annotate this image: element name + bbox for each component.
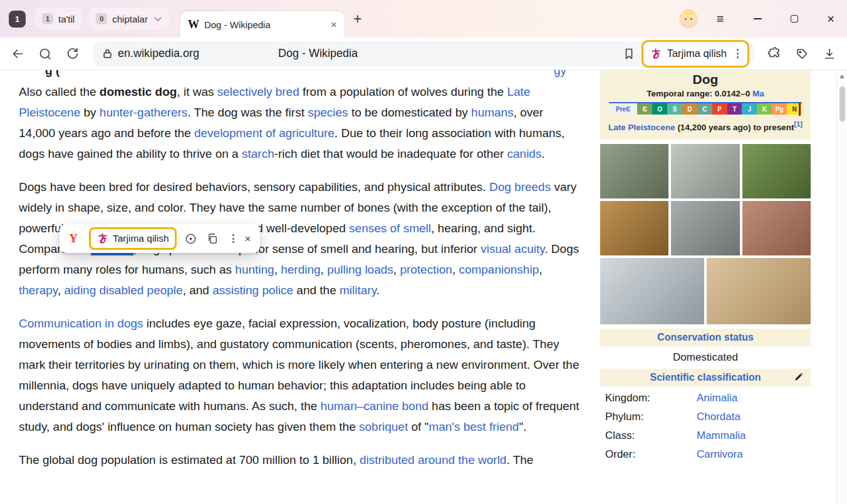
article-link[interactable]: protection [400, 263, 452, 276]
collections-tag-icon[interactable] [794, 46, 809, 61]
text-segment: . The [506, 453, 533, 466]
article-link[interactable]: companionship [459, 263, 539, 276]
timeline-segment-K[interactable]: K [757, 103, 772, 115]
timeline-segment-P[interactable]: P [712, 103, 727, 115]
article-link[interactable]: Communication in dogs [19, 317, 143, 330]
chevron-down-icon[interactable] [154, 14, 161, 21]
taxon-link[interactable]: Carnivora [697, 448, 743, 461]
reference-link[interactable]: [1] [794, 120, 802, 128]
article-link[interactable]: hunting [235, 263, 274, 276]
article-link[interactable]: assisting police [212, 284, 293, 297]
scrollbar-thumb[interactable] [839, 86, 845, 121]
dog-photo-5[interactable] [671, 201, 739, 255]
article-link[interactable]: humans [471, 106, 514, 119]
maximize-button[interactable] [791, 15, 798, 23]
classification-header[interactable]: Scientific classification [600, 369, 811, 386]
text-segment: ". [519, 420, 526, 433]
wikipedia-favicon: W [188, 18, 199, 31]
article-link[interactable]: Ma [752, 89, 764, 98]
download-icon[interactable] [822, 46, 837, 61]
browser-window: 1 1 ta'til 0 chiptalar W Dog - Wikipedia… [0, 0, 847, 504]
tab-tatil[interactable]: 1 ta'til [34, 8, 82, 30]
kebab-menu-icon[interactable] [734, 46, 741, 60]
minimize-button[interactable] [754, 18, 762, 19]
text-segment: (14,200 years ago) to present [675, 123, 794, 132]
article-body: g ( gy Also called the domestic dog, it … [0, 70, 588, 483]
copy-icon[interactable] [205, 231, 221, 246]
close-popup-icon[interactable]: × [244, 234, 252, 244]
text-segment: , it was [177, 85, 217, 98]
lock-icon [101, 46, 113, 61]
tab-bar: 1 1 ta'til 0 chiptalar W Dog - Wikipedia… [0, 0, 847, 38]
article-link[interactable]: human–canine bond [321, 399, 429, 413]
timeline-segment-S[interactable]: S [667, 103, 682, 115]
article-link[interactable]: starch [242, 147, 274, 160]
article-link[interactable]: hunter-gatherers [100, 106, 187, 119]
close-window-button[interactable]: × [827, 13, 834, 25]
dog-photo-3[interactable] [742, 144, 811, 198]
dog-photo-7[interactable] [600, 258, 704, 324]
article-link[interactable]: military [340, 284, 377, 297]
conservation-status-header[interactable]: Conservation status [600, 329, 811, 346]
tab-label: ta'til [58, 14, 75, 24]
article-link[interactable]: Dog breeds [489, 180, 551, 193]
article-link[interactable]: species [308, 106, 348, 119]
dog-photo-8[interactable] [707, 258, 811, 324]
timeline-segment-Є[interactable]: Є [637, 103, 652, 115]
taxon-link[interactable]: Animalia [697, 392, 737, 404]
timeline-segment-D[interactable]: D [682, 103, 697, 115]
taxon-link[interactable]: Chordata [697, 411, 740, 423]
article-link[interactable]: pulling loads [327, 263, 393, 276]
article-link[interactable]: development of agriculture [194, 126, 335, 140]
translate-button[interactable]: Tarjima qilish [642, 40, 749, 68]
translate-label: Tarjima qilish [667, 48, 727, 59]
dog-photo-4[interactable] [600, 201, 668, 255]
url-host[interactable]: en.wikipedia.org [118, 47, 199, 60]
new-tab-button[interactable]: + [347, 12, 368, 26]
article-link[interactable]: aiding disabled people [65, 284, 183, 297]
bold-text: domestic dog [100, 85, 177, 98]
article-link[interactable]: herding [281, 263, 320, 276]
close-tab-icon[interactable]: × [331, 19, 337, 30]
text-segment: . The dog was the first [187, 106, 308, 119]
timeline-segment-T[interactable]: T [727, 103, 742, 115]
tab-chiptalar[interactable]: 0 chiptalar [88, 8, 169, 30]
yandex-logo[interactable]: Y [65, 230, 82, 247]
kebab-menu-icon[interactable] [230, 232, 237, 245]
article-link[interactable]: canids [507, 147, 542, 160]
text-segment: , [58, 284, 65, 297]
bookmark-icon[interactable] [621, 46, 637, 61]
extensions-puzzle-icon[interactable] [767, 46, 782, 61]
taxon-link[interactable]: Mammalia [697, 429, 746, 442]
translate-icon [650, 48, 662, 60]
article-link[interactable]: selectively bred [217, 85, 299, 98]
vertical-scrollbar[interactable] [836, 70, 847, 504]
profile-avatar[interactable] [679, 9, 698, 28]
article-link[interactable]: distributed around the world [360, 453, 506, 466]
listen-icon[interactable] [184, 231, 199, 246]
tab-dog-wikipedia[interactable]: W Dog - Wikipedia × [180, 11, 345, 38]
article-link[interactable]: sobriquet [359, 420, 408, 433]
dog-photo-6[interactable] [742, 201, 811, 255]
reload-icon[interactable] [65, 46, 80, 61]
article-link[interactable]: Late Pleistocene [608, 123, 675, 132]
dog-photo-1[interactable] [600, 144, 668, 198]
timeline-segment-O[interactable]: O [652, 103, 667, 115]
scroll-up-arrow[interactable] [839, 75, 844, 78]
timeline-segment-Pg[interactable]: Pg [772, 103, 787, 115]
menu-icon[interactable]: ≡ [717, 12, 724, 26]
timeline-segment-C[interactable]: C [697, 103, 712, 115]
article-link[interactable]: senses of smell [349, 222, 431, 235]
article-link[interactable]: therapy [19, 284, 58, 297]
tab-group-badge[interactable]: 1 [9, 11, 26, 28]
article-link[interactable]: visual acuity [481, 242, 544, 255]
address-bar[interactable]: en.wikipedia.org Dog - Wikipedia Tarjima… [93, 41, 754, 66]
back-icon[interactable] [10, 46, 25, 61]
edit-pencil-icon[interactable] [793, 373, 803, 383]
dog-photo-2[interactable] [671, 144, 739, 198]
yandex-search-ring-icon[interactable] [38, 46, 53, 61]
timeline-segment-J[interactable]: J [742, 103, 757, 115]
article-link[interactable]: man's best friend [429, 420, 519, 433]
timeline-segment-PreЄ[interactable]: PreЄ [609, 103, 637, 115]
popup-translate-button[interactable]: Tarjima qilish [89, 227, 177, 250]
